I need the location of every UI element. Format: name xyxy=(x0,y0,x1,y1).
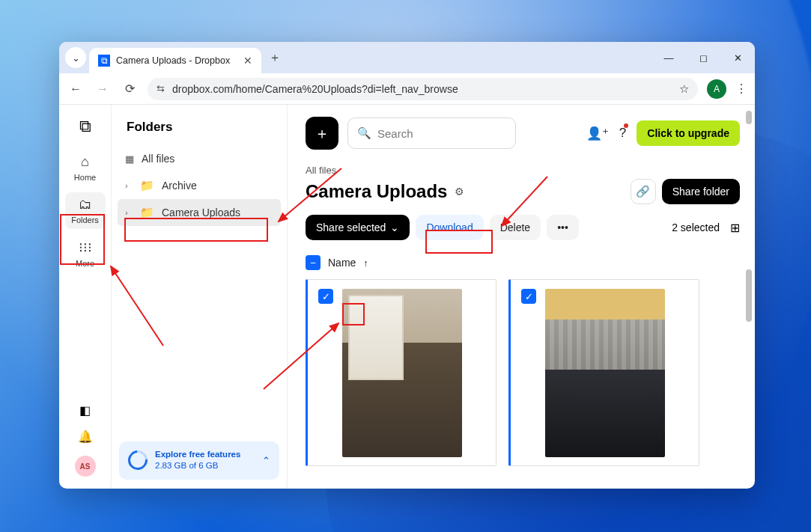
select-all-checkbox[interactable]: − xyxy=(306,255,321,270)
chevron-right-icon: › xyxy=(125,208,133,217)
browser-window: ⌄ ⧉ Camera Uploads - Dropbox ✕ ＋ — ◻ ✕ ←… xyxy=(59,42,755,489)
dropbox-app: ⧉ ⌂ Home 🗂 Folders ⁝⁝⁝ More ◧ 🔔 AS Folde… xyxy=(59,105,755,489)
title-row: Camera Uploads ⚙ 🔗 Share folder xyxy=(306,179,740,204)
file-card[interactable]: ✓ xyxy=(508,279,699,466)
close-window-button[interactable]: ✕ xyxy=(720,42,755,73)
top-bar: ＋ 🔍 Search 👤⁺ ? Click to upgrade xyxy=(306,117,740,150)
search-input[interactable]: 🔍 Search xyxy=(347,117,516,149)
forward-button[interactable]: → xyxy=(94,80,112,98)
apps-grid-icon: ⁝⁝⁝ xyxy=(79,239,92,256)
browser-profile-avatar[interactable]: A xyxy=(707,79,726,99)
page-title: Camera Uploads xyxy=(306,181,447,202)
theme-icon[interactable]: ◧ xyxy=(79,403,91,418)
view-toggle-icon[interactable]: ⊞ xyxy=(730,221,740,235)
tree-label: Camera Uploads xyxy=(162,207,240,218)
home-icon: ⌂ xyxy=(81,154,89,170)
storage-line1: Explore free features xyxy=(155,449,240,461)
selected-count: 2 selected xyxy=(672,221,720,233)
file-thumbnail xyxy=(342,289,462,457)
browser-toolbar: ← → ⟳ ⇆ dropbox.com/home/Camera%20Upload… xyxy=(59,73,755,105)
file-card[interactable]: ✓ xyxy=(306,279,496,466)
folder-icon: 🗂 xyxy=(79,197,92,213)
help-icon[interactable]: ? xyxy=(619,126,626,141)
rail-label: Home xyxy=(74,173,96,182)
upgrade-button[interactable]: Click to upgrade xyxy=(637,120,740,146)
delete-button[interactable]: Delete xyxy=(490,215,541,240)
url-text: dropbox.com/home/Camera%20Uploads?di=lef… xyxy=(172,83,458,95)
share-selected-button[interactable]: Share selected ⌄ xyxy=(306,215,410,240)
maximize-button[interactable]: ◻ xyxy=(686,42,720,73)
share-selected-label: Share selected xyxy=(316,221,386,233)
action-row: Share selected ⌄ Download Delete ••• 2 s… xyxy=(306,215,740,240)
scrollbar-thumb[interactable] xyxy=(746,269,752,322)
bookmark-star-icon[interactable]: ☆ xyxy=(679,82,689,96)
search-icon: 🔍 xyxy=(357,126,371,140)
rail-item-home[interactable]: ⌂ Home xyxy=(65,150,106,186)
tree-label: All files xyxy=(142,153,174,165)
copy-link-button[interactable]: 🔗 xyxy=(631,179,656,204)
rail-item-more[interactable]: ⁝⁝⁝ More xyxy=(65,235,106,272)
list-header: − Name ↑ xyxy=(306,255,740,270)
file-checkbox[interactable]: ✓ xyxy=(318,289,333,304)
chevron-right-icon: › xyxy=(125,181,133,190)
download-button[interactable]: Download xyxy=(416,215,483,240)
invite-icon[interactable]: 👤⁺ xyxy=(586,126,609,141)
close-tab-icon[interactable]: ✕ xyxy=(243,55,252,67)
minimize-button[interactable]: — xyxy=(651,42,686,73)
search-placeholder: Search xyxy=(377,127,413,140)
scrollbar-track[interactable] xyxy=(744,105,753,489)
dropbox-favicon: ⧉ xyxy=(98,55,110,67)
folder-settings-icon[interactable]: ⚙ xyxy=(455,186,464,198)
column-name[interactable]: Name xyxy=(328,257,356,269)
browser-tabstrip: ⌄ ⧉ Camera Uploads - Dropbox ✕ ＋ — ◻ ✕ xyxy=(59,42,755,73)
dropbox-logo-icon[interactable]: ⧉ xyxy=(79,117,91,136)
tree-all-files[interactable]: ▦ All files xyxy=(118,145,281,172)
rail-label: Folders xyxy=(71,215,99,224)
share-folder-button[interactable]: Share folder xyxy=(662,179,740,204)
file-thumbnail xyxy=(545,289,665,457)
folder-icon: 📁 xyxy=(140,179,154,192)
tab-search-button[interactable]: ⌄ xyxy=(65,47,86,68)
chevron-down-icon: ⌄ xyxy=(390,221,399,233)
folder-icon: 📁 xyxy=(140,206,154,219)
storage-line2: 2.83 GB of 6 GB xyxy=(155,460,240,472)
breadcrumb[interactable]: All files xyxy=(306,165,740,176)
main-content: ＋ 🔍 Search 👤⁺ ? Click to upgrade All fil… xyxy=(288,105,755,489)
chevron-up-icon: ⌃ xyxy=(262,455,270,466)
file-grid: ✓ ✓ xyxy=(306,279,740,466)
back-button[interactable]: ← xyxy=(67,80,85,98)
notifications-icon[interactable]: 🔔 xyxy=(78,429,93,444)
tree-label: Archive xyxy=(162,180,197,192)
address-bar[interactable]: ⇆ dropbox.com/home/Camera%20Uploads?di=l… xyxy=(148,78,698,100)
folders-panel: Folders ▦ All files › 📁 Archive › 📁 Came… xyxy=(112,105,288,489)
scrollbar-thumb[interactable] xyxy=(746,111,752,124)
all-files-icon: ▦ xyxy=(125,153,134,165)
reload-button[interactable]: ⟳ xyxy=(121,80,139,98)
folders-heading: Folders xyxy=(112,105,287,145)
sort-asc-icon[interactable]: ↑ xyxy=(363,257,368,269)
site-settings-icon[interactable]: ⇆ xyxy=(157,83,165,94)
create-button[interactable]: ＋ xyxy=(306,117,338,150)
new-tab-button[interactable]: ＋ xyxy=(264,47,285,68)
tab-title: Camera Uploads - Dropbox xyxy=(116,55,230,66)
more-actions-button[interactable]: ••• xyxy=(547,215,579,240)
browser-menu-icon[interactable]: ⋮ xyxy=(735,82,747,96)
storage-card[interactable]: Explore free features 2.83 GB of 6 GB ⌃ xyxy=(119,441,279,480)
browser-tab[interactable]: ⧉ Camera Uploads - Dropbox ✕ xyxy=(89,48,261,73)
storage-ring-icon xyxy=(124,447,152,474)
tree-item-archive[interactable]: › 📁 Archive xyxy=(118,172,281,199)
account-avatar[interactable]: AS xyxy=(75,456,96,477)
file-checkbox[interactable]: ✓ xyxy=(521,289,536,304)
rail-label: More xyxy=(76,259,94,268)
rail-item-folders[interactable]: 🗂 Folders xyxy=(65,192,106,229)
nav-rail: ⧉ ⌂ Home 🗂 Folders ⁝⁝⁝ More ◧ 🔔 AS xyxy=(59,105,112,489)
tree-item-camera-uploads[interactable]: › 📁 Camera Uploads xyxy=(118,199,281,226)
